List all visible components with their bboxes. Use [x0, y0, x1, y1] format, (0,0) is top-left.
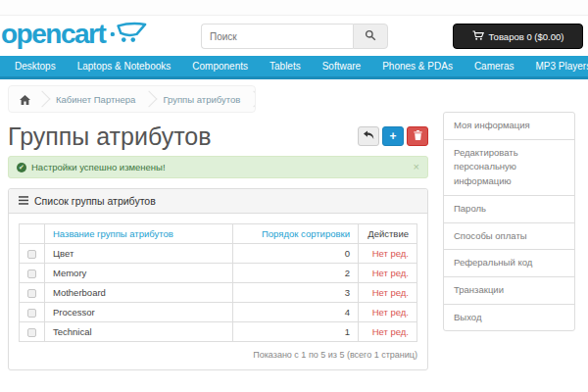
attribute-groups-table: Название группы атрибутов Порядок сортир…: [19, 223, 417, 342]
nav-item-tablets[interactable]: Tablets: [259, 61, 312, 72]
table-row: Processor 4 Нет ред.: [20, 303, 417, 322]
table-row: Technical 1 Нет ред.: [20, 322, 417, 342]
table-row: Цвет 0 Нет ред.: [20, 244, 417, 264]
nav-item-phones[interactable]: Phones & PDAs: [371, 61, 464, 72]
nav-item-laptops[interactable]: Laptops & Notebooks: [67, 61, 182, 72]
search-button[interactable]: [353, 24, 388, 49]
page-title: Группы атрибутов: [8, 123, 212, 149]
home-icon: [20, 91, 30, 108]
edit-link[interactable]: Нет ред.: [359, 322, 417, 342]
row-checkbox[interactable]: [27, 328, 36, 337]
row-checkbox[interactable]: [27, 309, 36, 318]
opencart-logo[interactable]: opencart: [1, 21, 147, 48]
top-strip: [0, 0, 588, 16]
sort-order-cell: 3: [233, 283, 359, 303]
breadcrumb-partner-cabinet[interactable]: Кабинет Партнера: [43, 88, 148, 111]
select-all-header: [20, 224, 45, 244]
search-icon: [365, 27, 376, 45]
nav-item-desktops[interactable]: Desktops: [4, 61, 67, 72]
cart-total-button[interactable]: Товаров 0 ($0.00): [453, 24, 583, 49]
cart-icon: [472, 30, 484, 43]
list-icon: [19, 195, 28, 207]
table-row: Memory 2 Нет ред.: [20, 264, 417, 283]
search-input[interactable]: [201, 24, 353, 49]
group-name-cell: Motherboard: [45, 283, 233, 303]
sidebar-item-password[interactable]: Пароль: [444, 196, 574, 223]
column-header-name[interactable]: Название группы атрибутов: [45, 224, 233, 244]
sidebar-item-payment-methods[interactable]: Способы оплаты: [444, 223, 574, 251]
cart-total-label: Товаров 0 ($0.00): [489, 31, 564, 42]
site-header: opencart Товаров 0 ($0.00): [0, 16, 588, 56]
breadcrumb: Кабинет Партнера Группы атрибутов: [8, 85, 256, 113]
cart-swoosh-icon: [110, 22, 147, 47]
column-header-action: Действие: [359, 224, 417, 244]
row-checkbox[interactable]: [27, 270, 36, 278]
panel-body: Название группы атрибутов Порядок сортир…: [9, 214, 427, 369]
sidebar-item-edit-info[interactable]: Редактировать персональную информацию: [444, 140, 574, 196]
sort-order-cell: 2: [233, 264, 359, 283]
group-name-cell: Цвет: [45, 244, 233, 264]
group-name-cell: Processor: [45, 303, 233, 322]
sidebar-item-my-info[interactable]: Моя информация: [444, 113, 574, 140]
table-row: Motherboard 3 Нет ред.: [20, 283, 417, 303]
panel-heading-label: Список группы атрибутов: [34, 195, 156, 207]
group-name-cell: Memory: [45, 264, 233, 283]
group-name-cell: Technical: [45, 322, 233, 342]
sidebar-item-logout[interactable]: Выход: [444, 305, 574, 331]
edit-link[interactable]: Нет ред.: [359, 264, 417, 283]
row-checkbox[interactable]: [27, 250, 36, 259]
sort-order-cell: 1: [233, 322, 359, 342]
check-circle-icon: ✔: [17, 163, 26, 172]
alert-text: Настройки успешно изменены!: [31, 162, 166, 172]
breadcrumb-attribute-groups[interactable]: Группы атрибутов: [150, 88, 253, 111]
undo-arrow-icon: [363, 129, 374, 143]
edit-link[interactable]: Нет ред.: [359, 283, 417, 303]
edit-link[interactable]: Нет ред.: [359, 303, 417, 322]
column-header-sort-order[interactable]: Порядок сортировки: [233, 224, 359, 244]
logo-text: opencart: [1, 21, 105, 48]
delete-button[interactable]: [407, 126, 428, 146]
plus-icon: +: [389, 129, 396, 143]
sidebar-item-referral-code[interactable]: Реферальный код: [444, 250, 574, 277]
pagination-summary: Показано с 1 по 5 из 5 (всего 1 страниц): [19, 350, 417, 360]
toolbar: +: [358, 126, 428, 149]
sort-order-cell: 0: [233, 244, 359, 264]
attribute-groups-panel: Список группы атрибутов Название группы …: [8, 188, 428, 370]
sidebar-item-transactions[interactable]: Транзакции: [444, 277, 574, 305]
edit-link[interactable]: Нет ред.: [359, 244, 417, 264]
nav-item-mp3[interactable]: MP3 Players: [524, 61, 588, 72]
row-checkbox[interactable]: [27, 289, 36, 298]
main-nav: Desktops Laptops & Notebooks Components …: [0, 56, 588, 79]
nav-item-cameras[interactable]: Cameras: [464, 61, 525, 72]
nav-item-software[interactable]: Software: [312, 61, 371, 72]
panel-heading: Список группы атрибутов: [9, 189, 427, 214]
success-alert: ✔ Настройки успешно изменены! ×: [8, 156, 428, 178]
trash-icon: [414, 129, 422, 143]
search-bar: [201, 24, 388, 49]
table-header-row: Название группы атрибутов Порядок сортир…: [20, 224, 417, 244]
nav-item-components[interactable]: Components: [181, 61, 259, 72]
add-button[interactable]: +: [382, 126, 404, 146]
back-button[interactable]: [358, 126, 379, 146]
account-sidebar: Моя информация Редактировать персональну…: [443, 112, 575, 331]
content-area: Кабинет Партнера Группы атрибутов Группы…: [0, 79, 588, 370]
alert-close-icon[interactable]: ×: [414, 162, 419, 172]
sort-order-cell: 4: [233, 303, 359, 322]
title-row: Группы атрибутов +: [8, 123, 428, 149]
main-column: Кабинет Партнера Группы атрибутов Группы…: [8, 85, 428, 370]
